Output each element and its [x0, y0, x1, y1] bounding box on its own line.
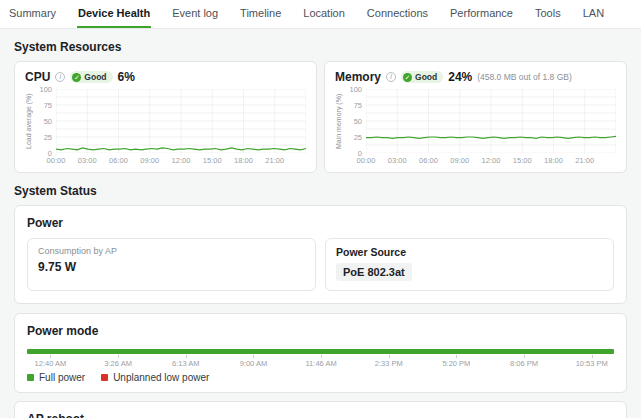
- x-tick-label: 00:00: [47, 156, 66, 165]
- cpu-card: CPU i ✓ Good 6% Load average (%) 0255075…: [14, 61, 317, 173]
- timeline-tick-label: 11:46 AM: [306, 359, 337, 368]
- power-source-value: PoE 802.3at: [336, 263, 412, 281]
- tab-timeline[interactable]: Timeline: [239, 0, 282, 28]
- power-card: Power Consumption by AP 9.75 W Power Sou…: [14, 205, 627, 304]
- x-tick-label: 15:00: [513, 156, 532, 165]
- memory-card-header: Memory i ✓ Good 24% (458.0 MB out of 1.8…: [335, 70, 616, 84]
- y-tick-label: 25: [44, 133, 52, 142]
- memory-title: Memory: [335, 70, 381, 84]
- power-mode-title: Power mode: [27, 324, 614, 338]
- timeline-tick-label: 9:00 AM: [240, 359, 268, 368]
- timeline-tick-label: 12:40 AM: [35, 359, 67, 368]
- x-tick-label: 03:00: [78, 156, 97, 165]
- ap-reboot-title: AP reboot: [27, 412, 614, 418]
- timeline-tick-mark: [186, 355, 187, 358]
- consumption-label: Consumption by AP: [38, 246, 305, 256]
- tab-summary[interactable]: Summary: [8, 0, 57, 28]
- tab-event-log[interactable]: Event log: [171, 0, 219, 28]
- tab-lan[interactable]: LAN: [582, 0, 605, 28]
- x-tick-label: 21:00: [575, 156, 594, 165]
- power-mode-ticks: 12:40 AM3:26 AM6:13 AM9:00 AM11:46 AM2:3…: [27, 354, 614, 369]
- legend-label: Full power: [39, 372, 85, 383]
- x-tick-label: 12:00: [172, 156, 191, 165]
- consumption-value: 9.75 W: [38, 260, 305, 274]
- memory-card: Memory i ✓ Good 24% (458.0 MB out of 1.8…: [324, 61, 627, 173]
- timeline-tick-label: 3:26 AM: [104, 359, 132, 368]
- x-tick-label: 15:00: [203, 156, 222, 165]
- tab-device-health[interactable]: Device Health: [77, 0, 151, 28]
- x-tick-label: 09:00: [140, 156, 159, 165]
- timeline-tick-mark: [118, 355, 119, 358]
- legend-swatch: [27, 374, 34, 381]
- timeline-tick-mark: [321, 355, 322, 358]
- section-title-system-resources: System Resources: [14, 40, 627, 54]
- page-content: System Resources CPU i ✓ Good 6% Load av…: [0, 40, 641, 418]
- memory-x-ticks: 00:0003:0006:0009:0012:0015:0018:0021:00: [366, 153, 616, 166]
- memory-status-badge: ✓ Good: [401, 71, 443, 83]
- info-icon[interactable]: i: [386, 72, 396, 82]
- cpu-y-axis-label: Load average (%): [25, 89, 36, 153]
- cpu-x-ticks: 00:0003:0006:0009:0012:0015:0018:0021:00: [56, 153, 306, 166]
- y-tick-label: 75: [354, 101, 362, 110]
- y-tick-label: 100: [39, 85, 52, 94]
- legend-item-full-power: Full power: [27, 372, 85, 383]
- x-tick-label: 18:00: [234, 156, 253, 165]
- x-tick-label: 21:00: [265, 156, 284, 165]
- y-tick-label: 25: [354, 133, 362, 142]
- x-tick-label: 03:00: [388, 156, 407, 165]
- legend-label: Unplanned low power: [113, 372, 209, 383]
- y-tick-label: 75: [44, 101, 52, 110]
- check-icon: ✓: [403, 73, 412, 82]
- cpu-value: 6%: [118, 70, 135, 84]
- info-icon[interactable]: i: [55, 72, 65, 82]
- timeline-tick-label: 10:53 PM: [576, 359, 608, 368]
- power-sub-row: Consumption by AP 9.75 W Power Source Po…: [27, 238, 614, 291]
- legend-item-unplanned-low-power: Unplanned low power: [101, 372, 209, 383]
- section-title-system-status: System Status: [14, 184, 627, 198]
- tab-connections[interactable]: Connections: [366, 0, 429, 28]
- ap-reboot-card: AP reboot 00:4003:2606:1309:0011:4614:33…: [14, 401, 627, 418]
- legend-swatch: [101, 374, 108, 381]
- power-mode-legend: Full powerUnplanned low power: [27, 372, 614, 383]
- power-source-label: Power Source: [336, 246, 603, 258]
- timeline-tick-mark: [50, 355, 51, 358]
- x-tick-label: 18:00: [544, 156, 563, 165]
- memory-y-axis-label: Main memory (%): [335, 89, 346, 153]
- cpu-chart: Load average (%) 0255075100: [25, 89, 306, 153]
- timeline-tick-label: 5:20 PM: [442, 359, 470, 368]
- tab-tools[interactable]: Tools: [534, 0, 562, 28]
- x-tick-label: 06:00: [109, 156, 128, 165]
- x-tick-label: 12:00: [482, 156, 501, 165]
- x-tick-label: 00:00: [357, 156, 376, 165]
- x-tick-label: 09:00: [450, 156, 469, 165]
- system-resources-row: CPU i ✓ Good 6% Load average (%) 0255075…: [14, 61, 627, 173]
- timeline-tick-mark: [524, 355, 525, 358]
- memory-chart: Main memory (%) 0255075100: [335, 89, 616, 153]
- power-source-card: Power Source PoE 802.3at: [325, 238, 614, 291]
- tab-performance[interactable]: Performance: [449, 0, 514, 28]
- timeline-tick-mark: [456, 355, 457, 358]
- tab-bar: SummaryDevice HealthEvent logTimelineLoc…: [0, 0, 641, 29]
- cpu-y-ticks: 0255075100: [36, 89, 56, 153]
- check-icon: ✓: [72, 73, 81, 82]
- timeline-tick-mark: [389, 355, 390, 358]
- timeline-tick-label: 2:33 PM: [375, 359, 403, 368]
- cpu-card-header: CPU i ✓ Good 6%: [25, 70, 306, 84]
- cpu-title: CPU: [25, 70, 50, 84]
- timeline-tick-mark: [253, 355, 254, 358]
- timeline-tick-label: 8:06 PM: [510, 359, 538, 368]
- cpu-plot: [56, 89, 306, 153]
- y-tick-label: 100: [349, 85, 362, 94]
- y-tick-label: 50: [44, 117, 52, 126]
- memory-y-ticks: 0255075100: [346, 89, 366, 153]
- y-tick-label: 50: [354, 117, 362, 126]
- memory-detail: (458.0 MB out of 1.8 GB): [477, 72, 572, 82]
- power-title: Power: [27, 216, 614, 230]
- power-mode-card: Power mode 12:40 AM3:26 AM6:13 AM9:00 AM…: [14, 313, 627, 393]
- timeline-tick-label: 6:13 AM: [172, 359, 200, 368]
- consumption-card: Consumption by AP 9.75 W: [27, 238, 316, 291]
- cpu-status-badge: ✓ Good: [70, 71, 112, 83]
- x-tick-label: 06:00: [419, 156, 438, 165]
- memory-plot: [366, 89, 616, 153]
- tab-location[interactable]: Location: [302, 0, 346, 28]
